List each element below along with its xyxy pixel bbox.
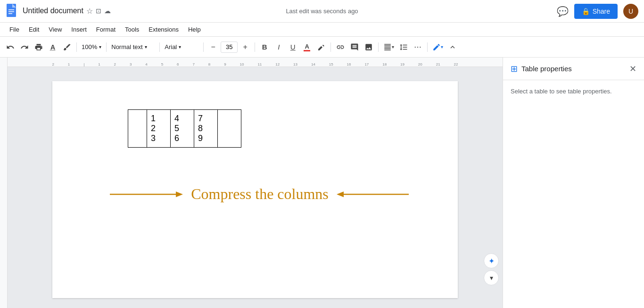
print-button[interactable] <box>32 41 45 54</box>
left-arrow-svg <box>110 187 185 201</box>
font-size-input[interactable] <box>221 42 238 53</box>
svg-rect-3 <box>8 9 14 10</box>
panel-content: Select a table to see table properties. <box>503 80 644 102</box>
doc-title-area: Untitled document ☆ ⊡ ☁ <box>23 7 111 16</box>
align-button[interactable]: ▾ <box>381 41 396 54</box>
top-left-area: Untitled document ☆ ⊡ ☁ <box>6 4 111 19</box>
menu-edit[interactable]: Edit <box>25 24 43 35</box>
panel-header: ⊞ Table properties ✕ <box>503 58 644 80</box>
menu-bar: File Edit View Insert Format Tools Exten… <box>0 23 644 37</box>
google-docs-logo <box>6 4 19 19</box>
zoom-selector[interactable]: 100% ▾ <box>80 41 103 54</box>
annotation-text: Compress the columns <box>191 185 329 203</box>
table-icon: ⊞ <box>511 64 518 74</box>
menu-format[interactable]: Format <box>92 24 119 35</box>
panel-close-button[interactable]: ✕ <box>629 64 636 74</box>
top-ruler: 21|12 34567 89101112 1314151617 18192021… <box>8 58 503 67</box>
menu-view[interactable]: View <box>45 24 66 35</box>
panel-title-area: ⊞ Table properties <box>511 64 572 74</box>
table-properties-panel: ⊞ Table properties ✕ Select a table to s… <box>503 58 644 308</box>
divider-6 <box>330 42 331 52</box>
last-edit-status: Last edit was seconds ago <box>286 8 358 15</box>
divider-5 <box>255 42 255 52</box>
comment-button[interactable] <box>348 41 361 54</box>
top-right-area: 💬 🔒 Share U <box>557 4 638 19</box>
spell-check-button[interactable]: A <box>46 41 59 54</box>
font-size-increase[interactable]: + <box>239 41 252 54</box>
menu-extensions[interactable]: Extensions <box>145 24 182 35</box>
content-area: 1 2 3 4 5 6 7 8 9 <box>52 81 458 222</box>
divider-1 <box>76 42 77 52</box>
document-title[interactable]: Untitled document <box>23 7 83 15</box>
paint-format-button[interactable] <box>60 41 74 54</box>
divider-2 <box>106 42 107 52</box>
lock-icon: 🔒 <box>582 8 590 15</box>
menu-help[interactable]: Help <box>184 24 205 35</box>
editing-mode-button[interactable]: ▾ <box>430 41 445 54</box>
share-button[interactable]: 🔒 Share <box>574 4 618 19</box>
user-avatar[interactable]: U <box>623 4 638 19</box>
divider-3 <box>159 42 160 52</box>
document-table[interactable]: 1 2 3 4 5 6 7 8 9 <box>128 109 241 148</box>
text-color-button[interactable]: A <box>300 41 314 54</box>
table-cell-789[interactable]: 7 8 9 <box>194 110 218 148</box>
zoom-chevron: ▾ <box>99 44 101 50</box>
svg-rect-1 <box>7 4 16 17</box>
chat-icon-button[interactable]: 💬 <box>557 6 569 17</box>
table-cell-123[interactable]: 1 2 3 <box>147 110 171 148</box>
divider-8 <box>427 42 428 52</box>
redo-button[interactable] <box>18 41 31 54</box>
menu-file[interactable]: File <box>6 24 23 35</box>
annotation-area: Compress the columns <box>99 185 420 203</box>
panel-helper-text: Select a table to see table properties. <box>511 88 636 95</box>
bookmark-icon[interactable]: ⊡ <box>96 7 101 15</box>
cloud-icon[interactable]: ☁ <box>104 7 111 15</box>
star-icon[interactable]: ☆ <box>86 7 93 16</box>
scroll-down-button[interactable]: ▾ <box>484 270 499 285</box>
font-size-decrease[interactable]: − <box>206 41 220 54</box>
spell-icon: A <box>50 43 55 51</box>
menu-tools[interactable]: Tools <box>121 24 143 35</box>
more-options-button[interactable]: ⋯ <box>411 41 424 54</box>
table-cell-empty-1[interactable] <box>128 110 147 148</box>
undo-button[interactable] <box>4 41 17 54</box>
svg-rect-5 <box>8 13 12 14</box>
style-selector[interactable]: Normal text ▾ <box>109 41 157 54</box>
ai-spark-button[interactable]: ✦ <box>484 253 499 268</box>
underline-button[interactable]: U <box>286 41 299 54</box>
top-bar: Untitled document ☆ ⊡ ☁ Last edit was se… <box>0 0 644 23</box>
font-chevron: ▾ <box>179 44 181 50</box>
image-button[interactable] <box>362 41 375 54</box>
table-cell-456[interactable]: 4 5 6 <box>171 110 194 148</box>
bold-button[interactable]: B <box>258 41 271 54</box>
svg-marker-9 <box>337 191 344 197</box>
table-cell-empty-2[interactable] <box>218 110 241 148</box>
bottom-right-controls: ✦ ▾ <box>484 253 499 285</box>
link-button[interactable] <box>334 41 347 54</box>
panel-title: Table properties <box>521 65 572 73</box>
document-scroll-area[interactable]: 21|12 34567 89101112 1314151617 18192021… <box>8 58 503 308</box>
left-ruler <box>0 58 8 308</box>
document-page: 1 2 3 4 5 6 7 8 9 <box>52 81 458 298</box>
menu-insert[interactable]: Insert <box>67 24 91 35</box>
highlight-button[interactable] <box>314 41 328 54</box>
right-arrow-svg <box>334 187 410 201</box>
toolbar: A 100% ▾ Normal text ▾ Arial ▾ − + B I U… <box>0 37 644 58</box>
font-selector[interactable]: Arial ▾ <box>163 41 200 54</box>
style-chevron: ▾ <box>145 44 147 50</box>
scroll-wrapper[interactable]: 1 2 3 4 5 6 7 8 9 <box>8 67 503 308</box>
italic-button[interactable]: I <box>272 41 285 54</box>
collapse-toolbar-button[interactable] <box>446 41 459 54</box>
divider-7 <box>378 42 379 52</box>
main-layout: 21|12 34567 89101112 1314151617 18192021… <box>0 58 644 308</box>
svg-marker-7 <box>176 191 183 197</box>
divider-4 <box>203 42 204 52</box>
svg-rect-4 <box>8 11 14 12</box>
line-spacing-button[interactable] <box>397 41 410 54</box>
